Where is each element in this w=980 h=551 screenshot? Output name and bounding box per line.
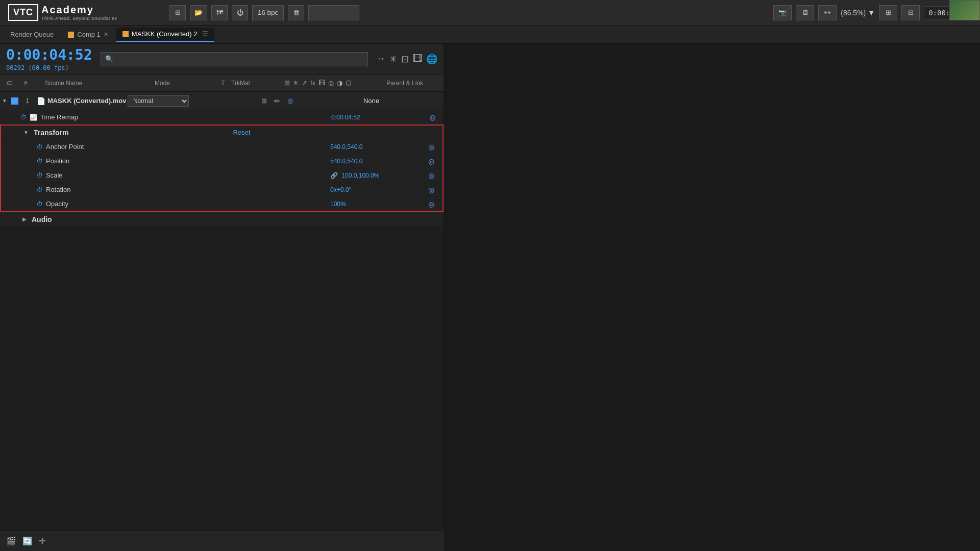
scale-label: Scale <box>46 171 326 179</box>
viewer-canvas <box>444 44 980 551</box>
layer-1-pencil-icon[interactable]: ✏ <box>274 97 280 105</box>
timecode-area: 0:00:04:52 00292 (60.00 fps) <box>6 46 92 71</box>
trash-button[interactable]: 🗑 <box>288 5 304 20</box>
rotation-label: Rotation <box>46 186 326 193</box>
position-row: ⏱ Position 540.0,540.0 ◎ <box>1 154 443 168</box>
time-remap-link-right[interactable]: ◎ <box>429 113 435 121</box>
layer-row-1: ▼ 1 📄 MASKK (Converted).mov Normal ⊞ ✏ ◎… <box>0 92 444 110</box>
top-bar: VTC Academy Think Ahead, Beyond Boundari… <box>0 0 980 26</box>
timeline-header: 0:00:04:52 00292 (60.00 fps) 🔍 ↔ ✳ ⊡ 🎞 🌐 <box>0 44 444 74</box>
timeline-empty-area <box>0 227 444 551</box>
tab-comp1-label: Comp 1 <box>77 31 101 38</box>
monitor-button[interactable]: 🖥 <box>796 5 814 20</box>
frame-info: 00292 (60.00 fps) <box>6 64 92 71</box>
graph-editor-icon[interactable]: ✳ <box>389 54 397 65</box>
position-value[interactable]: 540.0,540.0 <box>326 158 428 165</box>
opacity-stopwatch[interactable]: ⏱ <box>37 201 43 208</box>
switch-star-icon[interactable]: ✳ <box>293 79 299 87</box>
tab-comp1[interactable]: Comp 1 ✕ <box>62 28 114 42</box>
opacity-value[interactable]: 100% <box>326 201 428 208</box>
layer-1-none-label: None <box>363 97 379 105</box>
tag-icon: 🏷 <box>6 80 12 87</box>
fit-button[interactable]: ⊞ <box>879 5 897 20</box>
snapshot-button[interactable]: 📷 <box>773 5 792 20</box>
transform-section: ▼ Transform Reset ◎ ⏱ Anchor Point 540.0… <box>0 124 444 212</box>
grid-button[interactable]: ⊟ <box>901 5 920 20</box>
zoom-value: (86.5%) <box>841 9 866 17</box>
tab-render-queue-label: Render Queue <box>10 31 54 38</box>
compose-bottom-btn[interactable]: 🎬 <box>6 536 16 546</box>
rotation-stopwatch[interactable]: ⏱ <box>37 186 43 193</box>
logo-academy: Academy Think Ahead, Beyond Boundaries <box>41 4 117 21</box>
power-button[interactable]: ⏻ <box>232 5 248 20</box>
transform-label: Transform <box>34 129 229 137</box>
film-icon[interactable]: 🎞 <box>413 54 422 65</box>
layer-columns-header: 🏷 # Source Name Mode T TrkMat ⊞ ✳ ↗ fx 🎞… <box>0 74 444 92</box>
layer-controls-icon[interactable]: ⊡ <box>401 54 409 65</box>
time-remap-stopwatch[interactable]: ⏱ <box>20 114 27 121</box>
transform-reset-button[interactable]: Reset <box>229 129 428 136</box>
anchor-point-value[interactable]: 540.0,540.0 <box>326 143 428 151</box>
time-remap-label: Time Remap <box>40 113 327 121</box>
layer-1-color <box>11 97 18 105</box>
layer-1-parent: None <box>359 97 444 105</box>
glasses-button[interactable]: 👓 <box>818 5 837 20</box>
tab-maskk[interactable]: MASKK (Converted) 2 ☰ <box>116 28 215 42</box>
layer-1-num: 1 <box>20 97 35 105</box>
tab-maskk-label: MASKK (Converted) 2 <box>132 30 198 38</box>
logo-area: VTC Academy Think Ahead, Beyond Boundari… <box>0 4 163 21</box>
zoom-display: (86.5%) ▼ <box>841 9 875 17</box>
search-input[interactable] <box>116 55 363 63</box>
audio-label: Audio <box>32 215 444 223</box>
switch-compose-icon[interactable]: ⊞ <box>284 79 290 87</box>
motion-path-icon[interactable]: ↔ <box>376 54 385 65</box>
bpc-button[interactable]: 16 bpc <box>252 5 284 20</box>
thumbnail-preview <box>949 0 980 20</box>
position-link[interactable]: ◎ <box>428 157 434 165</box>
col-t-header: T <box>217 80 229 87</box>
switch-film-icon[interactable]: 🎞 <box>318 79 325 87</box>
align-bottom-btn[interactable]: ✛ <box>39 536 45 546</box>
transform-header-row: ▼ Transform Reset ◎ <box>1 126 443 140</box>
layer-1-expand[interactable]: ▼ <box>0 98 9 104</box>
timecode-main: 0:00:04:52 <box>6 46 92 63</box>
scale-value[interactable]: 🔗 100.0,100.0% <box>326 172 428 179</box>
layer-1-mode-area: Normal <box>128 95 194 107</box>
opacity-label: Opacity <box>46 200 326 208</box>
audio-expand[interactable]: ▶ <box>20 216 29 222</box>
motion-bottom-btn[interactable]: 🔄 <box>22 536 33 546</box>
layer-1-switch-circle[interactable]: ◎ <box>287 97 293 105</box>
world-icon[interactable]: 🌐 <box>426 54 437 65</box>
col-name-header: Source Name <box>33 80 151 87</box>
new-composition-button[interactable]: ⊞ <box>169 5 186 20</box>
layer-1-switch-compose[interactable]: ⊞ <box>261 97 267 105</box>
tab-render-queue[interactable]: Render Queue <box>4 28 60 42</box>
scale-stopwatch[interactable]: ⏱ <box>37 172 43 179</box>
anchor-point-link[interactable]: ◎ <box>428 143 434 151</box>
tab-comp1-color <box>68 32 74 38</box>
zoom-dropdown-icon[interactable]: ▼ <box>868 9 875 17</box>
bridge-button[interactable]: 🗺 <box>211 5 228 20</box>
switch-cube-icon[interactable]: ⬡ <box>346 79 351 87</box>
opacity-link[interactable]: ◎ <box>428 200 434 208</box>
timeline-panel: 0:00:04:52 00292 (60.00 fps) 🔍 ↔ ✳ ⊡ 🎞 🌐… <box>0 44 444 551</box>
layer-1-mode-select[interactable]: Normal <box>128 95 189 107</box>
opacity-row: ⏱ Opacity 100% ◎ <box>1 197 443 211</box>
switch-cursor-icon[interactable]: ↗ <box>302 79 307 87</box>
switch-circle-icon[interactable]: ◎ <box>328 79 334 87</box>
transform-expand[interactable]: ▼ <box>21 130 31 135</box>
tab-comp1-close[interactable]: ✕ <box>104 31 108 38</box>
anchor-point-stopwatch[interactable]: ⏱ <box>37 143 43 151</box>
tab-maskk-menu-icon[interactable]: ☰ <box>202 30 208 38</box>
rotation-value[interactable]: 0x+0.0° <box>326 186 428 193</box>
position-stopwatch[interactable]: ⏱ <box>37 158 43 165</box>
switch-fx-icon[interactable]: fx <box>310 79 315 87</box>
main-content: 0:00:04:52 00292 (60.00 fps) 🔍 ↔ ✳ ⊡ 🎞 🌐… <box>0 44 980 551</box>
switch-halfcircle-icon[interactable]: ◑ <box>337 79 342 87</box>
open-project-button[interactable]: 📂 <box>190 5 207 20</box>
time-remap-row: ⏱ 📈 Time Remap 0:00:04:52 ◎ <box>0 110 444 124</box>
scale-link[interactable]: ◎ <box>428 171 434 180</box>
search-box: 🔍 <box>101 52 368 66</box>
rotation-link[interactable]: ◎ <box>428 186 434 194</box>
layer-1-name: MASKK (Converted).mov <box>47 97 128 105</box>
